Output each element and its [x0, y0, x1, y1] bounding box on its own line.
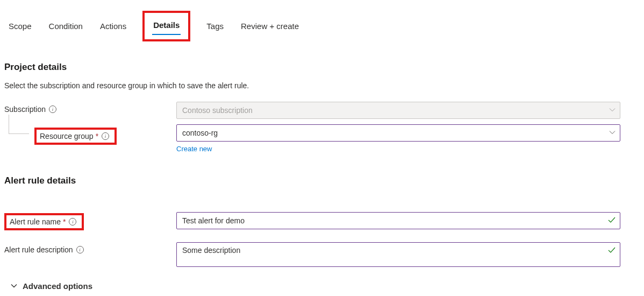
alert-rule-description-label: Alert rule description [4, 245, 73, 254]
alert-rule-name-input[interactable] [176, 212, 620, 229]
advanced-options-label: Advanced options [23, 281, 92, 291]
checkmark-icon [607, 216, 616, 226]
highlight-box-details-tab: Details [142, 11, 190, 41]
subscription-label: Subscription [4, 105, 46, 114]
resource-group-value: contoso-rg [182, 129, 218, 137]
info-icon[interactable]: i [49, 105, 56, 113]
alert-rule-name-label: Alert rule name [10, 217, 61, 226]
project-details-description: Select the subscription and resource gro… [4, 81, 640, 90]
info-icon[interactable]: i [102, 132, 109, 140]
tab-actions[interactable]: Actions [99, 17, 127, 35]
required-asterisk: * [96, 132, 98, 140]
resource-group-select[interactable]: contoso-rg [176, 124, 620, 142]
required-asterisk: * [63, 217, 66, 226]
checkmark-icon [607, 246, 616, 256]
tab-scope[interactable]: Scope [8, 17, 33, 35]
tab-details[interactable]: Details [152, 16, 181, 34]
advanced-options-toggle[interactable]: Advanced options [4, 281, 640, 291]
highlight-box-alert-rule-name-label: Alert rule name * i [4, 213, 84, 230]
alert-rule-description-row: Alert rule description i [4, 242, 640, 269]
subscription-value: Contoso subscription [182, 106, 253, 115]
chevron-down-icon [609, 129, 616, 137]
tree-branch-graphic [9, 115, 29, 134]
chevron-down-icon [11, 281, 17, 291]
alert-rule-name-row: Alert rule name * i [4, 212, 640, 230]
alert-rule-description-input[interactable] [176, 242, 620, 267]
subscription-select: Contoso subscription [176, 102, 620, 119]
info-icon[interactable]: i [69, 218, 76, 225]
resource-group-label: Resource group [40, 132, 94, 140]
alert-rule-details-heading: Alert rule details [4, 175, 640, 186]
tab-review-create[interactable]: Review + create [240, 17, 300, 35]
create-new-link[interactable]: Create new [176, 145, 212, 153]
tabs-bar: Scope Condition Actions Details Tags Rev… [4, 11, 640, 41]
project-details-heading: Project details [4, 62, 640, 73]
highlight-box-resource-group-label: Resource group * i [34, 128, 117, 145]
tab-condition[interactable]: Condition [48, 17, 84, 35]
info-icon[interactable]: i [76, 246, 84, 253]
subscription-row: Subscription i Contoso subscription [4, 102, 640, 119]
chevron-down-icon [609, 106, 616, 115]
resource-group-row: Resource group * i contoso-rg Create new [4, 124, 640, 153]
tab-tags[interactable]: Tags [205, 17, 225, 35]
